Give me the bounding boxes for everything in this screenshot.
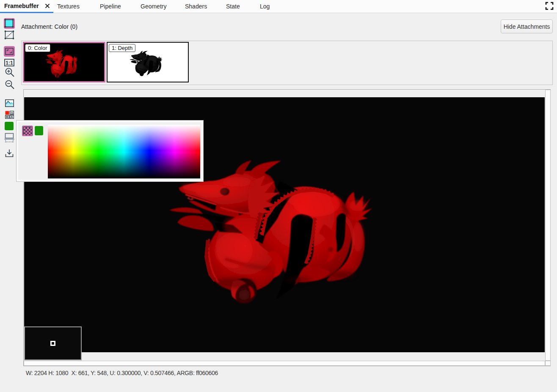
svg-text:A: A (11, 115, 13, 119)
svg-text:1:1: 1:1 (6, 60, 13, 66)
svg-text:B: B (6, 115, 8, 119)
svg-text:G: G (11, 111, 13, 115)
